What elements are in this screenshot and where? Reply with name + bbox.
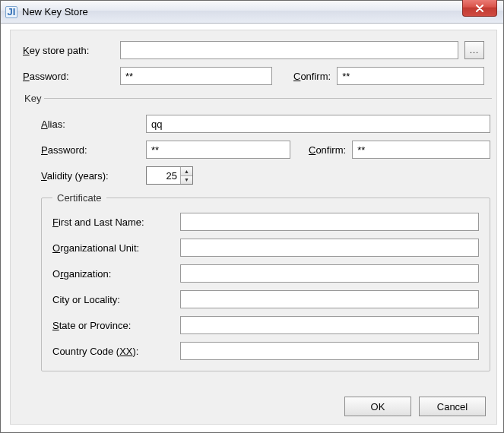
keystore-path-input[interactable]: [120, 41, 458, 59]
key-confirm-label: Confirm:: [309, 144, 346, 156]
app-icon: JI: [5, 6, 17, 18]
key-password-label: Password:: [41, 144, 140, 156]
ok-button[interactable]: OK: [344, 397, 411, 416]
alias-input[interactable]: [146, 115, 490, 133]
validity-stepper[interactable]: ▲ ▼: [146, 166, 193, 185]
spinner-up[interactable]: ▲: [181, 167, 192, 176]
country-label: Country Code (XX):: [52, 346, 174, 357]
first-last-input[interactable]: [180, 213, 479, 231]
keystore-path-label: Key store path:: [23, 45, 114, 56]
browse-button[interactable]: ...: [464, 41, 484, 59]
validity-input[interactable]: [147, 167, 180, 184]
keystore-password-label: Password:: [23, 71, 114, 82]
certificate-group: Certificate First and Last Name: Organiz…: [41, 192, 490, 371]
window-title: New Key Store: [22, 6, 88, 17]
state-input[interactable]: [180, 316, 479, 334]
keystore-password-input[interactable]: [120, 67, 272, 85]
spinner-down[interactable]: ▼: [181, 176, 192, 185]
validity-label: Validity (years):: [41, 170, 140, 182]
button-bar: OK Cancel: [344, 397, 486, 416]
ou-input[interactable]: [180, 239, 479, 257]
key-password-input[interactable]: [146, 141, 290, 159]
key-group: Key Alias: Password: Confirm: Validity (…: [23, 93, 492, 371]
org-label: Organization:: [52, 268, 174, 280]
ou-label: Organizational Unit:: [52, 242, 174, 254]
title-bar[interactable]: JI New Key Store: [1, 1, 503, 24]
alias-label: Alias:: [41, 119, 140, 130]
org-input[interactable]: [180, 264, 479, 283]
close-icon: [475, 5, 484, 12]
dialog-content: Key store path: ... Password: Confirm: K…: [10, 30, 497, 425]
keystore-confirm-label: Confirm:: [293, 71, 331, 82]
country-input[interactable]: [180, 342, 479, 360]
cancel-button[interactable]: Cancel: [419, 397, 486, 416]
city-input[interactable]: [180, 290, 479, 308]
certificate-legend: Certificate: [52, 192, 106, 204]
close-button[interactable]: [462, 0, 497, 17]
spinner: ▲ ▼: [180, 167, 192, 184]
city-label: City or Locality:: [52, 294, 174, 305]
state-label: State or Province:: [52, 320, 174, 331]
key-legend: Key: [21, 93, 44, 104]
key-confirm-input[interactable]: [352, 141, 490, 159]
keystore-confirm-input[interactable]: [337, 67, 484, 85]
dialog-window: JI New Key Store Key store path: ... Pas…: [0, 0, 504, 433]
first-last-label: First and Last Name:: [52, 216, 174, 228]
